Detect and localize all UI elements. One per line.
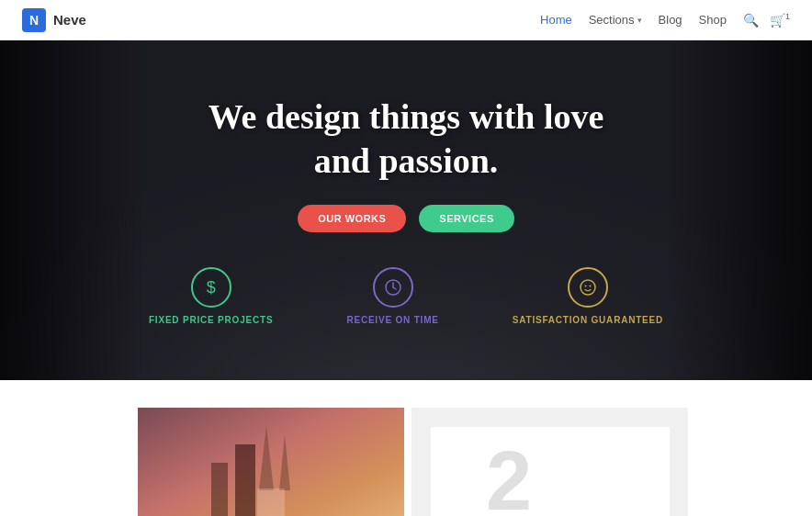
svg-point-4 <box>584 286 586 287</box>
main-nav: Home Sections ▾ Blog Shop 🔍 🛒1 <box>540 12 790 28</box>
svg-rect-14 <box>431 427 670 516</box>
image-graphic <box>138 408 404 516</box>
feature-receive-on-time: RECEIVE ON TIME <box>346 267 438 325</box>
feature-label-receive-on-time: RECEIVE ON TIME <box>346 315 438 325</box>
logo-icon: N <box>22 8 46 32</box>
clock-icon <box>373 267 413 308</box>
svg-point-3 <box>581 280 595 295</box>
hero-section: We design things with love and passion. … <box>0 40 812 380</box>
our-works-button[interactable]: OUR WORKS <box>298 205 406 232</box>
svg-text:2: 2 <box>486 435 532 516</box>
nav-item-shop[interactable]: Shop <box>699 13 727 27</box>
nav-item-sections[interactable]: Sections ▾ <box>589 13 642 27</box>
hero-content: We design things with love and passion. … <box>190 95 623 267</box>
feature-label-fixed-price: FIXED PRICE PROJECTS <box>149 315 273 325</box>
search-icon[interactable]: 🔍 <box>743 13 759 28</box>
chevron-down-icon: ▾ <box>637 16 642 25</box>
svg-rect-7 <box>211 463 228 516</box>
logo-name: Neve <box>53 12 86 28</box>
feature-fixed-price: $ FIXED PRICE PROJECTS <box>149 267 273 325</box>
nav-item-blog[interactable]: Blog <box>659 13 682 27</box>
svg-rect-6 <box>138 408 404 516</box>
below-hero-section: 2 <box>0 380 812 516</box>
feature-label-satisfaction: SATISFACTION GUARANTEED <box>513 315 663 325</box>
cart-count: 1 <box>785 12 790 21</box>
services-button[interactable]: SERVICES <box>419 205 513 232</box>
svg-point-5 <box>589 286 591 287</box>
svg-line-2 <box>393 287 396 289</box>
hero-buttons: OUR WORKS SERVICES <box>209 205 604 232</box>
nav-icons: 🔍 🛒1 <box>743 12 790 28</box>
hero-features: $ FIXED PRICE PROJECTS RECEIVE ON TIME <box>149 267 663 325</box>
svg-rect-8 <box>235 444 255 516</box>
below-image-1 <box>138 408 404 516</box>
feature-satisfaction: SATISFACTION GUARANTEED <box>513 267 663 325</box>
dollar-icon: $ <box>191 267 231 308</box>
nav-item-home[interactable]: Home <box>540 13 572 27</box>
card-graphic: 2 <box>412 409 688 516</box>
logo-area: N Neve <box>22 8 86 32</box>
header: N Neve Home Sections ▾ Blog Shop 🔍 🛒1 <box>0 0 812 40</box>
smile-icon <box>568 267 608 308</box>
cart-icon[interactable]: 🛒1 <box>770 12 790 28</box>
below-card-1: 2 <box>412 408 687 516</box>
hero-title: We design things with love and passion. <box>209 95 604 183</box>
